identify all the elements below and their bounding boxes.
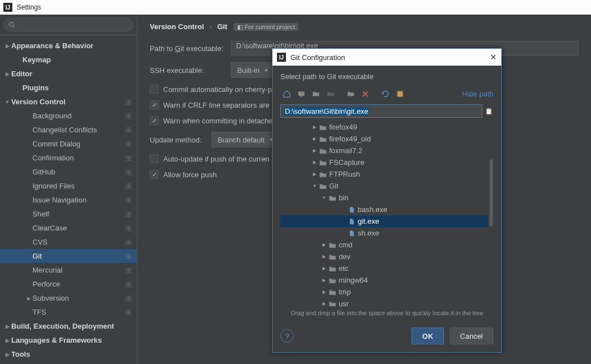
close-icon[interactable]: ✕ [490,53,497,62]
svg-rect-59 [129,296,131,298]
folder-fscapture[interactable]: ▶FSCapture [280,156,488,168]
sidebar-item-ignored-files[interactable]: Ignored Files [0,179,137,193]
svg-rect-64 [126,312,128,315]
sidebar-item-editor[interactable]: ▶Editor [0,67,137,81]
caret-icon: ▶ [321,266,327,271]
new-folder-icon[interactable] [344,87,357,100]
folder-foxmail7-2[interactable]: ▶foxmail7.2 [280,145,488,156]
crumb-a[interactable]: Version Control [150,22,204,31]
svg-rect-38 [126,225,128,228]
path-input[interactable]: D:\software\Git\bin\git.exe [280,104,482,118]
svg-rect-50 [126,268,128,270]
sidebar-item-tfs[interactable]: TFS [0,305,137,319]
window-titlebar[interactable]: IJ Settings [0,0,591,15]
project-scope-icon [124,196,132,204]
crumb-b[interactable]: Git [217,22,227,31]
cancel-button[interactable]: Cancel [450,328,493,344]
scrollbar[interactable] [489,121,493,306]
history-icon[interactable]: 📋 [484,105,493,117]
sidebar-item-version-control[interactable]: ▼Version Control [0,95,137,109]
svg-rect-54 [126,282,128,284]
sidebar-item-subversion[interactable]: ▶Subversion [0,291,137,305]
folder-usr[interactable]: ▶usr [280,298,488,306]
caret-icon: ▼ [311,183,318,188]
show-hidden-icon[interactable] [394,87,406,100]
ck-crlf[interactable] [150,100,159,109]
folder-icon [327,265,338,272]
ok-button[interactable]: OK [412,328,444,344]
svg-rect-28 [126,186,128,188]
sidebar-item-issue-navigation[interactable]: Issue Navigation [0,193,137,207]
sidebar-item-label: GitHub [33,168,122,176]
folder-git[interactable]: ▼Git [280,180,488,192]
svg-rect-63 [129,310,131,312]
sidebar-item-git[interactable]: Git [0,249,137,263]
file-tree[interactable]: ▶firefox49▶firefox49_old▶foxmail7.2▶FSCa… [280,121,493,306]
sidebar-item-confirmation[interactable]: Confirmation [0,151,137,165]
svg-rect-12 [126,130,128,132]
caret-icon: ▶ [321,278,327,283]
sidebar-item-commit-dialog[interactable]: Commit Dialog [0,137,137,151]
folder-cmd[interactable]: ▶cmd [280,239,488,251]
ck-force[interactable] [150,170,159,179]
sidebar-item-background[interactable]: Background [0,109,137,123]
home-icon[interactable] [280,87,293,100]
sidebar-item-plugins[interactable]: Plugins [0,81,137,95]
svg-rect-22 [126,169,128,172]
sidebar-item-keymap[interactable]: Keymap [0,53,137,67]
file-sh-exe[interactable]: sh.exe [280,227,488,239]
svg-rect-10 [126,127,128,130]
hide-path-link[interactable]: Hide path [462,90,493,98]
svg-rect-36 [126,214,128,216]
file-label: usr [339,300,349,306]
dialog-titlebar[interactable]: IJ Git Configuration ✕ [273,49,501,66]
svg-rect-43 [129,239,131,242]
caret-icon: ▶ [311,148,318,153]
file-git-exe[interactable]: git.exe [280,215,488,227]
folder-mingw64[interactable]: ▶mingw64 [280,274,488,286]
search-input[interactable] [3,18,133,31]
folder-bin[interactable]: ▼bin [280,192,488,204]
file-bash-exe[interactable]: bash.exe [280,204,488,215]
project-scope-icon [124,280,132,288]
sidebar-item-languages-frameworks[interactable]: ▶Languages & Frameworks [0,333,137,347]
folder-tmp[interactable]: ▶tmp [280,286,488,298]
folder-firefox49-old[interactable]: ▶firefox49_old [280,133,488,145]
refresh-icon[interactable] [379,87,391,100]
sidebar-item-tools[interactable]: ▶Tools [0,347,137,361]
folder-ftprush[interactable]: ▶FTPRush [280,168,488,180]
module-icon[interactable] [324,87,336,100]
sidebar-item-clearcase[interactable]: ClearCase [0,221,137,235]
folder-firefox49[interactable]: ▶firefox49 [280,121,488,133]
combo-update[interactable]: Branch default▼ [211,132,279,148]
sidebar-item-label: Changelist Conflicts [33,126,122,134]
sidebar-item-perforce[interactable]: Perforce [0,277,137,291]
sidebar-item-github[interactable]: GitHub [0,165,137,179]
svg-rect-19 [129,155,131,158]
folder-icon [318,159,328,166]
project-scope-icon [124,126,132,134]
sidebar-item-cvs[interactable]: CVS [0,235,137,249]
ck-detached[interactable] [150,116,159,125]
file-label: firefox49 [329,123,357,131]
sidebar-item-appearance-behavior[interactable]: ▶Appearance & Behavior [0,39,137,53]
desktop-icon[interactable] [295,87,307,100]
project-icon[interactable] [310,87,322,100]
sidebar-item-changelist-conflicts[interactable]: Changelist Conflicts [0,123,137,137]
folder-dev[interactable]: ▶dev [280,251,488,262]
ck-cherry[interactable] [150,85,159,94]
folder-icon [318,148,328,154]
sidebar-item-label: Languages & Frameworks [11,336,132,344]
svg-rect-9 [129,116,131,118]
folder-etc[interactable]: ▶etc [280,262,488,274]
settings-tree[interactable]: ▶Appearance & BehaviorKeymap▶EditorPlugi… [0,35,137,364]
sidebar-item-build-execution-deployment[interactable]: ▶Build, Execution, Deployment [0,319,137,333]
ck-autoupd[interactable] [150,154,159,163]
delete-icon[interactable] [359,87,371,100]
help-icon[interactable]: ? [280,329,294,343]
folder-icon [318,171,328,178]
crumb-scope: ◧ For current project [234,23,298,31]
sidebar-item-mercurial[interactable]: Mercurial [0,263,137,277]
scroll-thumb[interactable] [490,159,493,227]
sidebar-item-shelf[interactable]: Shelf [0,207,137,221]
